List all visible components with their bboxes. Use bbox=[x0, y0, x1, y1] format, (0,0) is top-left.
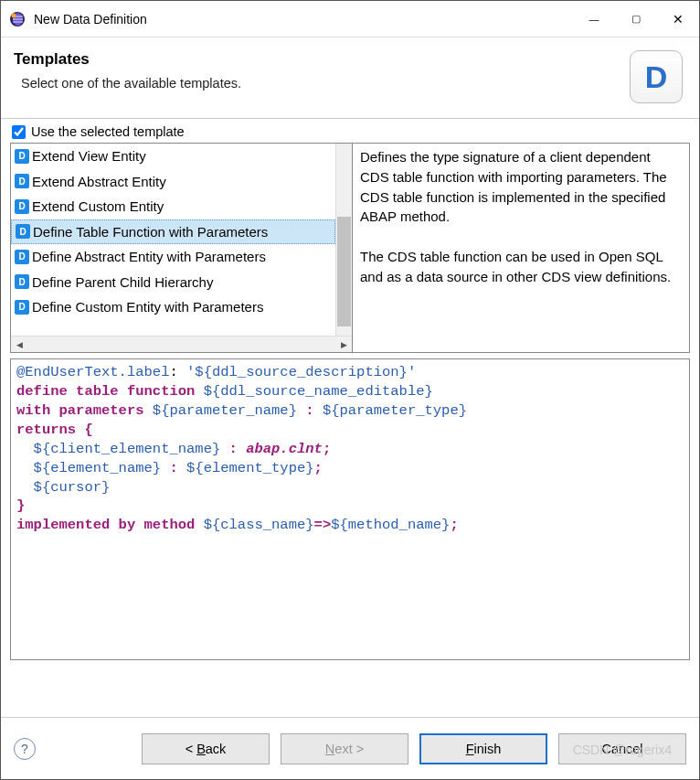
minimize-button[interactable]: — bbox=[573, 2, 615, 37]
window-title: New Data Definition bbox=[34, 12, 573, 27]
page-title: Templates bbox=[14, 50, 630, 69]
template-item[interactable]: DExtend Abstract Entity bbox=[11, 169, 335, 195]
vertical-scrollbar[interactable] bbox=[335, 144, 352, 336]
template-icon: D bbox=[15, 300, 29, 315]
template-label: Extend Abstract Entity bbox=[32, 174, 166, 189]
use-template-checkbox[interactable] bbox=[12, 125, 26, 139]
template-list[interactable]: DExtend View EntityDExtend Abstract Enti… bbox=[10, 143, 353, 353]
template-label: Extend View Entity bbox=[32, 148, 146, 164]
titlebar: New Data Definition — ▢ ✕ bbox=[1, 1, 699, 37]
page-subtitle: Select one of the available templates. bbox=[21, 76, 630, 91]
template-icon: D bbox=[16, 224, 30, 239]
template-item[interactable]: DDefine Abstract Entity with Parameters bbox=[11, 244, 335, 270]
eclipse-icon bbox=[8, 10, 27, 28]
cancel-button[interactable]: Cancel bbox=[558, 733, 686, 764]
template-label: Extend Custom Entity bbox=[32, 198, 164, 214]
template-item[interactable]: DDefine Table Function with Parameters bbox=[11, 219, 335, 245]
back-button[interactable]: < Back bbox=[142, 733, 270, 764]
maximize-button[interactable]: ▢ bbox=[615, 2, 657, 37]
template-icon: D bbox=[15, 274, 29, 289]
template-item[interactable]: DDefine Custom Entity with Parameters bbox=[11, 294, 335, 320]
wizard-header: Templates Select one of the available te… bbox=[1, 37, 699, 118]
template-item[interactable]: DExtend Custom Entity bbox=[11, 194, 335, 219]
horizontal-scrollbar[interactable]: ◀ ▶ bbox=[11, 336, 352, 352]
template-label: Define Custom Entity with Parameters bbox=[32, 299, 263, 315]
template-code-preview: @EndUserText.label: '${ddl_source_descri… bbox=[10, 358, 690, 660]
template-label: Define Abstract Entity with Parameters bbox=[32, 249, 266, 264]
template-description: Defines the type signature of a client d… bbox=[353, 143, 690, 353]
template-icon: D bbox=[15, 199, 29, 214]
template-icon: D bbox=[15, 250, 29, 264]
scroll-left-icon[interactable]: ◀ bbox=[11, 337, 27, 353]
template-label: Define Parent Child Hierarchy bbox=[32, 274, 213, 290]
template-icon: D bbox=[15, 149, 29, 164]
next-button: Next > bbox=[281, 733, 408, 764]
scroll-right-icon[interactable]: ▶ bbox=[335, 337, 352, 353]
data-definition-icon: D bbox=[630, 50, 683, 103]
template-icon: D bbox=[15, 174, 29, 188]
help-icon[interactable]: ? bbox=[14, 738, 36, 760]
finish-button[interactable]: Finish bbox=[419, 733, 547, 764]
template-item[interactable]: DDefine Parent Child Hierarchy bbox=[11, 270, 335, 295]
template-item[interactable]: DExtend View Entity bbox=[11, 144, 335, 169]
template-label: Define Table Function with Parameters bbox=[33, 224, 268, 240]
use-template-label: Use the selected template bbox=[31, 124, 185, 139]
svg-point-2 bbox=[12, 13, 16, 17]
close-button[interactable]: ✕ bbox=[657, 2, 699, 37]
